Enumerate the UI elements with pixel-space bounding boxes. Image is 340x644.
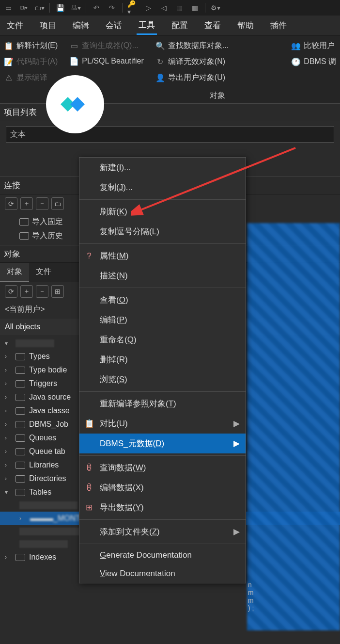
- menu-item-编辑p[interactable]: 编辑(P): [79, 310, 246, 330]
- folder-icon: [15, 554, 25, 561]
- folder-icon: [15, 353, 25, 360]
- undo-icon[interactable]: ↶: [91, 2, 102, 13]
- save-icon[interactable]: 💾: [55, 2, 65, 13]
- menu-view[interactable]: 查看: [202, 17, 223, 34]
- menu-item-浏览s[interactable]: 浏览(S): [79, 370, 246, 389]
- show-compile-button[interactable]: ⚠显示编译: [3, 72, 59, 84]
- folder-icon: [15, 380, 25, 387]
- menu-item-复制逗号分隔l[interactable]: 复制逗号分隔(L): [79, 222, 246, 242]
- menu-icon: ⊞: [84, 502, 94, 513]
- obj-layout-icon[interactable]: ⊞: [51, 285, 64, 298]
- menu-item-dbms_元数据d[interactable]: DBMS_元数据(D)▶: [79, 434, 246, 453]
- print-icon[interactable]: 🖶▾: [70, 2, 81, 13]
- menu-item-描述n[interactable]: 描述(N): [79, 266, 246, 286]
- menu-help[interactable]: 帮助: [235, 17, 256, 34]
- menu-item-查看o[interactable]: 查看(O): [79, 290, 246, 310]
- menu-file[interactable]: 文件: [5, 17, 25, 34]
- menu-tools[interactable]: 工具: [137, 16, 157, 35]
- menu-icon: ?: [84, 251, 94, 261]
- remove-obj-icon[interactable]: －: [36, 285, 48, 298]
- remove-conn-icon[interactable]: －: [36, 197, 48, 210]
- folder-icon: [19, 218, 29, 225]
- clock-icon: 🕐: [291, 58, 301, 66]
- code-assistant-button[interactable]: 📝代码助手(A): [3, 56, 59, 68]
- settings-icon[interactable]: ⚙▾: [210, 2, 221, 13]
- folder-icon: [15, 489, 25, 496]
- compare-users-button[interactable]: 👥比较用户: [290, 40, 337, 52]
- refresh-conn-icon[interactable]: ⟳: [5, 197, 17, 210]
- add-conn-icon[interactable]: ＋: [20, 197, 33, 210]
- tab-objects[interactable]: 对象: [0, 263, 29, 282]
- submenu-arrow-icon: ▶: [233, 438, 240, 449]
- folder-icon: [15, 448, 25, 455]
- folder-conn-icon[interactable]: 🗀: [51, 197, 64, 210]
- grid2-icon[interactable]: ▦: [189, 2, 200, 13]
- query-builder-button[interactable]: ▭查询生成器(Q)...: [68, 40, 144, 52]
- beautify-icon: 📄: [69, 57, 79, 65]
- folder-icon: [19, 232, 29, 240]
- menu-config[interactable]: 配置: [170, 17, 190, 34]
- menu-icon: 🛢: [84, 483, 94, 493]
- todesk-logo-overlay: [46, 75, 104, 133]
- menu-item-generate-documentation[interactable]: Generate Documentation: [79, 546, 246, 564]
- menu-item-view-documentation[interactable]: View Documentation: [79, 564, 246, 583]
- compare-icon: 👥: [291, 42, 301, 50]
- grid1-icon[interactable]: ▦: [174, 2, 185, 13]
- menu-session[interactable]: 会话: [104, 17, 124, 34]
- folder-icon: [15, 462, 25, 469]
- tab-files[interactable]: 文件: [29, 263, 58, 282]
- refresh-obj-icon[interactable]: ⟳: [5, 285, 17, 298]
- submenu-arrow-icon: ▶: [233, 419, 240, 429]
- folder-icon: [15, 421, 25, 428]
- user-export-icon: 👤: [155, 74, 165, 82]
- add-obj-icon[interactable]: ＋: [20, 285, 33, 298]
- main-menubar: 文件 项目 编辑 会话 工具 配置 查看 帮助 插件: [0, 16, 340, 36]
- dbms-debug-button[interactable]: 🕐DBMS 调: [290, 56, 337, 68]
- menu-project[interactable]: 项目: [38, 17, 58, 34]
- window-icon[interactable]: ⧉▾: [18, 2, 29, 13]
- menu-item-重新编译参照对象t[interactable]: 重新编译参照对象(T): [79, 394, 246, 414]
- menu-item-对比u[interactable]: 📋对比(U)▶: [79, 414, 246, 434]
- code-snippet-blur: n m m ) ;: [248, 581, 335, 639]
- submenu-arrow-icon: ▶: [233, 527, 240, 537]
- query-icon: ▭: [69, 42, 79, 50]
- compile-icon: ⚠: [4, 74, 14, 82]
- menu-item-查询数据w[interactable]: 🛢查询数据(W): [79, 458, 246, 478]
- menu-item-重命名q[interactable]: 重命名(Q): [79, 330, 246, 350]
- beautifier-button[interactable]: 📄PL/SQL Beautifier: [68, 56, 144, 66]
- menu-edit[interactable]: 编辑: [71, 17, 91, 34]
- menu-item-编辑数据x[interactable]: 🛢编辑数据(X): [79, 478, 246, 498]
- explain-plan-button[interactable]: 📋解释计划(E): [3, 40, 59, 52]
- run-icon[interactable]: ▷: [143, 2, 154, 13]
- export-user-objects-button[interactable]: 👤导出用户对象(U): [155, 72, 281, 84]
- refresh-icon: ↻: [155, 58, 165, 66]
- menu-plugins[interactable]: 插件: [268, 17, 289, 34]
- menu-item-属性m[interactable]: ?属性(M): [79, 246, 246, 266]
- stop-icon[interactable]: ◁: [158, 2, 169, 13]
- menu-item-导出数据y[interactable]: ⊞导出数据(Y): [79, 498, 246, 517]
- plan-icon: 📋: [4, 42, 14, 50]
- redo-icon[interactable]: ↷: [107, 2, 117, 13]
- menu-icon: 🛢: [84, 463, 94, 473]
- key-icon[interactable]: 🔑▾: [127, 2, 138, 13]
- menu-item-复制j[interactable]: 复制(J)...: [79, 177, 246, 197]
- folder-icon: [15, 475, 25, 483]
- compile-invalid-button[interactable]: ↻编译无效对象(N): [155, 56, 281, 68]
- folder-icon: [15, 407, 25, 415]
- context-menu: 新建(I)...复制(J)...刷新(K)复制逗号分隔(L)?属性(M)描述(N…: [79, 157, 246, 583]
- todesk-icon: [58, 92, 92, 116]
- folder-icon: [15, 394, 25, 401]
- menu-item-刷新k[interactable]: 刷新(K): [79, 202, 246, 222]
- ribbon-group-label: 对象: [155, 91, 281, 101]
- menu-item-删掉r[interactable]: 删掉(R): [79, 350, 246, 370]
- menu-item-新建i[interactable]: 新建(I)...: [79, 158, 246, 177]
- folder-icon: [15, 435, 25, 442]
- find-db-objects-button[interactable]: 🔍查找数据库对象...: [155, 40, 281, 52]
- menu-item-添加到文件夹z[interactable]: 添加到文件夹(Z)▶: [79, 522, 246, 542]
- project-text-input[interactable]: 文本: [6, 126, 334, 143]
- assist-icon: 📝: [4, 58, 14, 66]
- folder-icon: [15, 367, 25, 374]
- search-db-icon: 🔍: [155, 42, 165, 50]
- new-icon[interactable]: ▭: [3, 2, 14, 13]
- open-icon[interactable]: 🗀▾: [34, 2, 45, 13]
